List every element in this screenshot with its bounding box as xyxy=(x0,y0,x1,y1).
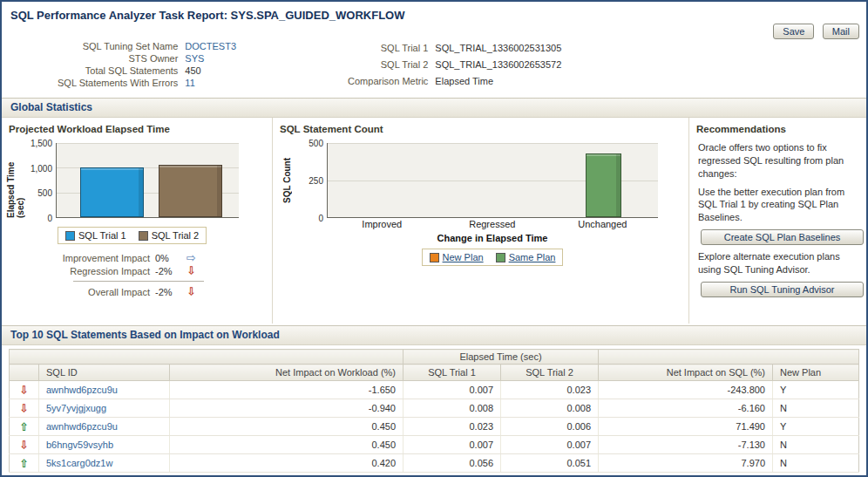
trial1-cell: 0.056 xyxy=(403,454,501,473)
legend-item-sql-trial-1: SQL Trial 1 xyxy=(65,230,126,241)
table-row: ⇧ awnhwd6pzcu9u 0.450 0.023 0.006 71.490… xyxy=(10,418,859,436)
new-plan-cell: N xyxy=(773,399,859,418)
new-plan-cell: Y xyxy=(773,418,859,436)
sql-trial-2-swatch-icon xyxy=(139,231,148,241)
column-header-new-plan: New Plan xyxy=(773,365,859,381)
net-impact-sql-cell: -7.130 xyxy=(599,436,773,454)
workload-chart: Elapsed Time (sec) 1,500 1,000 500 0 xyxy=(9,143,265,218)
trial2-cell: 0.051 xyxy=(501,454,599,473)
column-header-net-impact-workload: Net Impact on Workload (%) xyxy=(170,365,403,381)
impact-label: Improvement Impact xyxy=(24,253,155,263)
same-plan-legend-link[interactable]: Same Plan xyxy=(509,252,556,262)
mail-button[interactable]: Mail xyxy=(823,24,859,39)
recommendation-option-2: Explore alternate execution plans using … xyxy=(698,250,858,276)
net-impact-sql-cell: 7.970 xyxy=(599,454,773,473)
page-title: SQL Performance Analyzer Task Report: SY… xyxy=(10,9,858,22)
net-impact-workload-cell: 0.420 xyxy=(170,454,403,473)
net-impact-workload-cell: -0.940 xyxy=(170,399,403,418)
header-actions: Save Mail xyxy=(769,23,859,39)
new-plan-legend-link[interactable]: New Plan xyxy=(443,252,484,262)
trend-icon: ⇩ xyxy=(19,439,29,452)
gridline xyxy=(328,143,658,144)
trial1-cell: 0.008 xyxy=(403,399,501,418)
y-tick-label: 1,500 xyxy=(31,139,52,148)
sql-id-link[interactable]: 5ks1carg0dz1w xyxy=(46,458,112,468)
panel-sql-statement-count: SQL Statement Count SQL Count 500 250 0 xyxy=(272,118,688,324)
y-tick-label: 500 xyxy=(37,188,52,198)
summary-label: Total SQL Statements xyxy=(54,65,181,77)
summary-label: SQL Statements With Errors xyxy=(54,77,181,89)
bar-sql-trial-1 xyxy=(80,167,144,217)
bar-sql-trial-2 xyxy=(159,165,222,217)
new-plan-cell: N xyxy=(773,436,859,454)
impact-label: Regression Impact xyxy=(24,266,155,276)
summary-section: SQL Tuning Set NameDOCTEST3 STS OwnerSYS… xyxy=(2,38,866,96)
gridline xyxy=(57,143,239,144)
regression-impact-row: Regression Impact -2% ⇩ xyxy=(24,264,265,277)
count-legend-wrap: New Plan Same Plan xyxy=(327,243,658,266)
summary-label: SQL Tuning Set Name xyxy=(54,40,181,52)
recommendation-option-1: Use the better execution plan from SQL T… xyxy=(698,186,858,225)
net-impact-sql-cell: -6.160 xyxy=(599,399,773,418)
net-impact-sql-cell: -243.800 xyxy=(599,381,773,399)
impact-label: Overall Impact xyxy=(24,287,155,297)
trend-icon: ⇩ xyxy=(19,402,29,415)
count-y-ticks: 500 250 0 xyxy=(294,143,327,218)
summary-label: Comparison Metric xyxy=(344,72,431,89)
top-sql-table: Elapsed Time (sec) SQL ID Net Impact on … xyxy=(9,349,859,473)
sql-id-link[interactable]: b6hngv59vsyhb xyxy=(46,440,113,450)
table-row: ⇩ 5yv7yvjgjxugg -0.940 0.008 0.008 -6.16… xyxy=(10,399,859,418)
create-sql-plan-baselines-button[interactable]: Create SQL Plan Baselines xyxy=(701,229,864,245)
count-x-axis-label: Change in Elapsed Time xyxy=(327,231,658,243)
summary-value: DOCTEST3 xyxy=(181,40,240,52)
x-category-label: Improved xyxy=(327,219,437,229)
trend-icon: ⇧ xyxy=(19,457,29,470)
sql-id-link[interactable]: awnhwd6pzcu9u xyxy=(46,385,118,395)
column-header-net-impact-sql: Net Impact on SQL (%) xyxy=(599,365,773,381)
y-tick-label: 1,000 xyxy=(31,163,52,173)
table-header-row: SQL ID Net Impact on Workload (%) SQL Tr… xyxy=(10,365,859,381)
new-plan-cell: Y xyxy=(773,381,859,399)
net-impact-workload-cell: 0.450 xyxy=(170,436,403,454)
elapsed-time-group-header: Elapsed Time (sec) xyxy=(403,350,599,365)
legend-item-same-plan: Same Plan xyxy=(496,252,556,262)
trend-icon: ⇧ xyxy=(19,420,29,433)
summary-label: SQL Trial 2 xyxy=(344,57,431,73)
top-sql-table-wrap: Elapsed Time (sec) SQL ID Net Impact on … xyxy=(9,349,859,473)
trend-column-header xyxy=(10,365,39,381)
impact-value: -2% xyxy=(155,287,186,297)
net-impact-workload-cell: -1.650 xyxy=(170,381,403,399)
count-plot-area xyxy=(327,143,658,218)
section-global-statistics: Global Statistics xyxy=(2,98,866,118)
table-group-header-row: Elapsed Time (sec) xyxy=(10,350,859,365)
summary-value: 11 xyxy=(181,77,240,89)
column-header-sql-id: SQL ID xyxy=(39,365,170,381)
global-statistics-panels: Projected Workload Elapsed Time Elapsed … xyxy=(2,118,866,324)
bar-same-plan-unchanged xyxy=(586,153,622,217)
impact-value: 0% xyxy=(155,253,186,263)
impact-value: -2% xyxy=(155,266,186,276)
legend-item-new-plan: New Plan xyxy=(430,252,484,262)
legend-item-sql-trial-2: SQL Trial 2 xyxy=(139,230,200,241)
workload-legend: SQL Trial 1 SQL Trial 2 xyxy=(58,227,207,244)
count-x-categories: Improved Regressed Unchanged xyxy=(327,218,658,231)
trend-icon: ⇩ xyxy=(19,384,29,397)
impact-divider xyxy=(73,281,204,282)
save-button[interactable]: Save xyxy=(773,24,814,39)
recommendations-title: Recommendations xyxy=(696,121,859,136)
workload-y-ticks: 1,500 1,000 500 0 xyxy=(23,143,56,218)
table-row: ⇩ b6hngv59vsyhb 0.450 0.007 0.007 -7.130… xyxy=(10,436,859,454)
sql-id-link[interactable]: 5yv7yvjgjxugg xyxy=(46,403,106,413)
count-y-axis-label: SQL Count xyxy=(280,143,294,218)
y-tick-label: 0 xyxy=(318,214,323,223)
overall-impact-row: Overall Impact -2% ⇩ xyxy=(24,285,265,298)
table-row: ⇧ 5ks1carg0dz1w 0.420 0.056 0.051 7.970 … xyxy=(10,454,859,473)
new-plan-swatch-icon xyxy=(430,253,439,262)
x-category-label: Regressed xyxy=(437,219,548,229)
trial1-cell: 0.007 xyxy=(403,436,501,454)
y-tick-label: 500 xyxy=(309,139,323,148)
run-sql-tuning-advisor-button[interactable]: Run SQL Tuning Advisor xyxy=(701,282,864,297)
sql-trial-1-swatch-icon xyxy=(65,231,75,241)
sql-id-link[interactable]: awnhwd6pzcu9u xyxy=(46,421,118,432)
recommendations-intro: Oracle offers two options to fix regress… xyxy=(698,141,858,181)
